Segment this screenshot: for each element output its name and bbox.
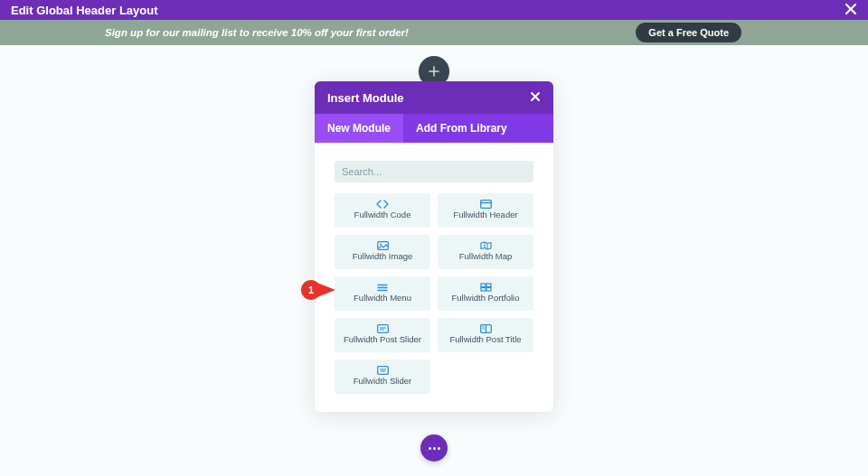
slider-icon [377,366,389,375]
svg-point-3 [380,244,382,246]
module-label: Fullwidth Code [354,210,411,219]
get-quote-button[interactable]: Get a Free Quote [636,23,741,42]
module-label: Fullwidth Portfolio [452,294,520,303]
code-icon [376,200,389,209]
image-icon [377,241,389,250]
module-fullwidth-slider[interactable]: Fullwidth Slider [335,359,430,394]
portfolio-icon [480,283,492,292]
module-fullwidth-post-title[interactable]: Fullwidth Post Title [438,318,533,352]
module-label: Fullwidth Header [453,210,517,219]
module-grid: Fullwidth Code Fullwidth Header Fullwidt… [335,193,533,394]
modal-body: Fullwidth Code Fullwidth Header Fullwidt… [315,143,553,412]
insert-module-modal: Insert Module New Module Add From Librar… [315,81,553,412]
module-label: Fullwidth Menu [354,294,411,303]
annotation-number: 1 [308,285,314,295]
header-icon [480,200,492,209]
module-fullwidth-code[interactable]: Fullwidth Code [335,193,430,228]
module-fullwidth-image[interactable]: Fullwidth Image [335,235,430,269]
map-icon [480,241,492,250]
menu-icon [377,284,388,292]
svg-rect-13 [377,325,388,333]
module-fullwidth-menu[interactable]: Fullwidth Menu [335,276,430,311]
module-label: Fullwidth Post Slider [344,335,421,344]
promo-text: Sign up for our mailing list to receive … [105,27,409,38]
global-header-editor-bar: Edit Global Header Layout [0,0,868,20]
promo-bar: Sign up for our mailing list to receive … [0,20,868,45]
modal-header: Insert Module [315,81,553,114]
post-slider-icon [377,324,389,333]
page-title: Edit Global Header Layout [11,4,158,17]
svg-rect-0 [480,201,491,209]
module-fullwidth-header[interactable]: Fullwidth Header [438,193,533,228]
tab-add-from-library[interactable]: Add From Library [403,114,520,143]
post-title-icon [480,324,492,333]
module-fullwidth-portfolio[interactable]: Fullwidth Portfolio [438,276,533,311]
module-label: Fullwidth Image [353,252,413,261]
module-fullwidth-post-slider[interactable]: Fullwidth Post Slider [335,318,430,352]
more-icon [429,447,440,450]
svg-rect-10 [486,284,491,287]
module-fullwidth-map[interactable]: Fullwidth Map [438,235,533,269]
module-label: Fullwidth Map [459,252,513,261]
tab-new-module[interactable]: New Module [315,114,403,143]
svg-rect-20 [377,367,388,375]
modal-title: Insert Module [327,91,404,105]
svg-rect-9 [481,284,486,287]
module-label: Fullwidth Slider [354,377,411,386]
close-modal-icon[interactable] [530,90,541,105]
modal-tabs: New Module Add From Library [315,114,553,143]
svg-rect-11 [481,288,486,292]
svg-rect-12 [486,288,491,292]
module-search-input[interactable] [335,161,533,182]
module-label: Fullwidth Post Title [449,335,521,344]
close-editor-icon[interactable] [844,3,857,18]
builder-fab-button[interactable] [420,434,448,462]
